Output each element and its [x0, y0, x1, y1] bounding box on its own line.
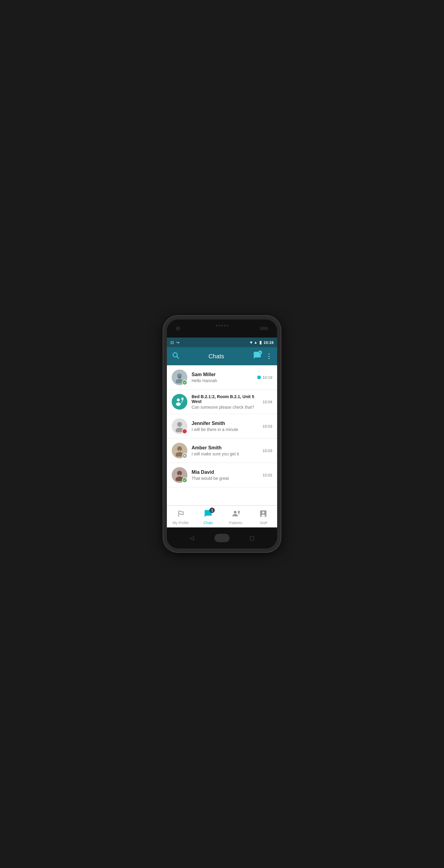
chat-preview: Hello Hannah	[192, 378, 255, 383]
chat-item[interactable]: Amber Smith I will make sure you get it …	[167, 438, 277, 463]
svg-rect-16	[179, 450, 180, 452]
chat-preview: That would be great	[192, 476, 260, 481]
chat-list: Sam Miller Hello Hannah 10:19	[167, 365, 277, 505]
chat-item[interactable]: Sam Miller Hello Hannah 10:19	[167, 365, 277, 390]
online-status-badge	[182, 477, 187, 483]
search-button[interactable]	[172, 351, 180, 361]
chat-content: Bed B.2.1:2, Room B.2.1, Unit 5 West Can…	[192, 394, 260, 410]
patient-avatar: +	[172, 394, 187, 410]
top-bezel	[167, 319, 277, 338]
svg-text:+: +	[182, 398, 183, 400]
phone-device: ascom ⊡ ↪ ▾ ▲	[163, 316, 281, 552]
svg-point-6	[176, 402, 181, 406]
avatar-wrap	[172, 418, 187, 434]
nav-label-chats: Chats	[203, 521, 213, 525]
busy-status-badge	[182, 429, 187, 434]
chats-icon: 1	[204, 509, 212, 520]
avatar-wrap	[172, 443, 187, 458]
login-status-icon: ↪	[176, 340, 180, 345]
app-bar-title: Chats	[180, 353, 253, 360]
status-bar-left: ⊡ ↪	[170, 340, 180, 345]
nav-item-staff[interactable]: Staff	[250, 508, 278, 526]
status-bar: ⊡ ↪ ▾ ▲ ▮ 10:19	[167, 338, 277, 347]
chat-content: Mia David That would be great	[192, 470, 260, 481]
empty-space	[167, 487, 277, 505]
chat-meta: 10:03	[262, 424, 272, 429]
chat-item[interactable]: Jennifer Smith I will be there in a minu…	[167, 414, 277, 438]
bottom-bezel: ◁ ▢	[167, 527, 277, 549]
profile-icon	[177, 509, 185, 520]
app-bar: Chats + ⋮	[167, 347, 277, 365]
nav-label-profile: My Profile	[172, 521, 189, 525]
svg-line-1	[177, 356, 179, 358]
avatar-wrap: +	[172, 394, 187, 410]
front-sensor	[260, 327, 268, 330]
avatar-wrap	[172, 467, 187, 483]
back-button[interactable]: ◁	[188, 534, 195, 541]
svg-rect-22	[179, 474, 180, 476]
nav-item-chats[interactable]: 1 Chats	[195, 508, 222, 526]
chat-preview: I will make sure you get it	[192, 452, 260, 456]
chat-meta: 10:03	[262, 448, 272, 453]
chat-preview: Can someone please check that?	[192, 405, 260, 410]
app-bar-actions: + ⋮	[253, 351, 272, 361]
chat-time: 10:19	[262, 375, 272, 380]
avatar-wrap	[172, 370, 187, 385]
chat-name: Jennifer Smith	[192, 421, 260, 426]
chat-meta: 10:02	[262, 473, 272, 477]
camera	[176, 327, 180, 331]
new-chat-button[interactable]: +	[253, 351, 261, 361]
more-options-button[interactable]: ⋮	[266, 352, 272, 360]
chat-item[interactable]: Mia David That would be great 10:02	[167, 463, 277, 487]
chat-name: Mia David	[192, 470, 260, 475]
recents-button[interactable]: ▢	[249, 534, 256, 541]
svg-point-28	[261, 515, 265, 517]
message-status-icon: ⊡	[170, 340, 174, 345]
chat-name: Amber Smith	[192, 445, 260, 451]
chat-time: 10:02	[262, 473, 272, 477]
bottom-nav: My Profile 1 Chats	[167, 505, 277, 527]
screen-content: ⊡ ↪ ▾ ▲ ▮ 10:19 Chats	[167, 338, 277, 527]
online-indicator	[257, 375, 261, 379]
nav-item-profile[interactable]: My Profile	[167, 508, 195, 526]
speaker	[216, 325, 228, 327]
phone-screen: ⊡ ↪ ▾ ▲ ▮ 10:19 Chats	[167, 319, 277, 549]
chat-item[interactable]: + Bed B.2.1:2, Room B.2.1, Unit 5 West C…	[167, 390, 277, 414]
chat-name: Bed B.2.1:2, Room B.2.1, Unit 5 West	[192, 394, 260, 404]
signal-icon: ▲	[254, 340, 258, 344]
chat-time: 10:03	[262, 424, 272, 429]
chat-time: 10:04	[262, 400, 272, 404]
svg-point-11	[177, 422, 182, 427]
new-chat-plus-icon: +	[258, 350, 262, 354]
chat-name: Sam Miller	[192, 372, 255, 377]
chats-badge: 1	[209, 507, 215, 513]
online-status-badge	[182, 380, 187, 385]
chat-preview: I will be there in a minute	[192, 427, 260, 432]
nav-label-patients: Patients	[229, 521, 242, 525]
wifi-icon: ▾	[250, 340, 252, 345]
chat-content: Jennifer Smith I will be there in a minu…	[192, 421, 260, 432]
svg-point-27	[262, 512, 264, 514]
offline-status-badge	[182, 453, 187, 458]
patients-icon	[232, 509, 240, 520]
chat-time: 10:03	[262, 448, 272, 453]
svg-point-23	[234, 511, 236, 514]
svg-line-9	[181, 402, 183, 403]
status-bar-right: ▾ ▲ ▮ 10:19	[250, 340, 274, 345]
nav-item-patients[interactable]: Patients	[222, 508, 250, 526]
chat-meta: 10:19	[257, 375, 272, 380]
home-button[interactable]	[215, 534, 229, 542]
svg-point-5	[177, 398, 180, 401]
status-time: 10:19	[263, 340, 274, 345]
svg-rect-4	[178, 377, 181, 378]
staff-icon	[259, 509, 267, 520]
svg-rect-24	[238, 511, 240, 513]
nav-label-staff: Staff	[260, 521, 267, 525]
battery-icon: ▮	[259, 340, 262, 345]
chat-meta: 10:04	[262, 400, 272, 404]
chat-content: Amber Smith I will make sure you get it	[192, 445, 260, 456]
chat-time-row: 10:19	[257, 375, 272, 380]
chat-content: Sam Miller Hello Hannah	[192, 372, 255, 383]
